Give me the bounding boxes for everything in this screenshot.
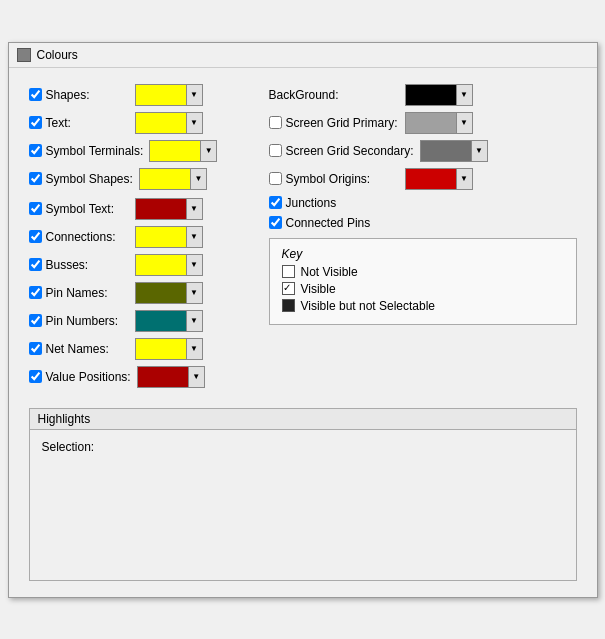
right-label-text-screen_grid_secondary: Screen Grid Secondary: bbox=[286, 144, 414, 158]
label-symbol_shapes[interactable]: Symbol Shapes: bbox=[29, 172, 133, 186]
checkbox-junctions[interactable] bbox=[269, 196, 282, 209]
color-dropdown[interactable]: ▼ bbox=[405, 168, 473, 190]
color-swatch bbox=[136, 283, 186, 303]
checkbox-symbol_origins[interactable] bbox=[269, 172, 282, 185]
dropdown-arrow-icon: ▼ bbox=[186, 283, 202, 303]
right-label-text-symbol_origins: Symbol Origins: bbox=[286, 172, 371, 186]
right-label-symbol_origins[interactable]: Symbol Origins: bbox=[269, 172, 399, 186]
label-text-pin_numbers: Pin Numbers: bbox=[46, 314, 119, 328]
color-swatch bbox=[136, 311, 186, 331]
checkbox-symbol_text[interactable] bbox=[29, 202, 42, 215]
label-pin_numbers[interactable]: Pin Numbers: bbox=[29, 314, 129, 328]
left-rows-top: Shapes:▼Text:▼Symbol Terminals:▼Symbol S… bbox=[29, 84, 249, 190]
checkbox-pin_names[interactable] bbox=[29, 286, 42, 299]
color-dropdown[interactable]: ▼ bbox=[135, 198, 203, 220]
color-swatch bbox=[136, 339, 186, 359]
checkbox-symbol_terminals[interactable] bbox=[29, 144, 42, 157]
color-dropdown[interactable]: ▼ bbox=[405, 112, 473, 134]
label-text-connections: Connections: bbox=[46, 230, 116, 244]
label-shapes[interactable]: Shapes: bbox=[29, 88, 129, 102]
color-row-symbol_text: Symbol Text:▼ bbox=[29, 198, 249, 220]
dropdown-arrow-icon: ▼ bbox=[186, 199, 202, 219]
color-row-busses: Busses:▼ bbox=[29, 254, 249, 276]
checkbox-screen_grid_primary[interactable] bbox=[269, 116, 282, 129]
color-dropdown[interactable]: ▼ bbox=[137, 366, 205, 388]
color-swatch bbox=[150, 141, 200, 161]
color-swatch bbox=[136, 255, 186, 275]
key-checkbox-filled bbox=[282, 299, 295, 312]
checkbox-connected_pins[interactable] bbox=[269, 216, 282, 229]
label-text-shapes: Shapes: bbox=[46, 88, 90, 102]
right-label-screen_grid_primary[interactable]: Screen Grid Primary: bbox=[269, 116, 399, 130]
checkbox-shapes[interactable] bbox=[29, 88, 42, 101]
color-row-pin_numbers: Pin Numbers:▼ bbox=[29, 310, 249, 332]
right-label-screen_grid_secondary[interactable]: Screen Grid Secondary: bbox=[269, 144, 414, 158]
label-net_names[interactable]: Net Names: bbox=[29, 342, 129, 356]
color-row-symbol_terminals: Symbol Terminals:▼ bbox=[29, 140, 249, 162]
color-swatch bbox=[421, 141, 471, 161]
color-dropdown[interactable]: ▼ bbox=[135, 282, 203, 304]
right-label-background[interactable]: BackGround: bbox=[269, 88, 399, 102]
key-item-label: Visible but not Selectable bbox=[301, 299, 436, 313]
key-item: Not Visible bbox=[282, 265, 564, 279]
color-dropdown[interactable]: ▼ bbox=[420, 140, 488, 162]
checkbox-net_names[interactable] bbox=[29, 342, 42, 355]
label-value_positions[interactable]: Value Positions: bbox=[29, 370, 131, 384]
key-item: Visible bbox=[282, 282, 564, 296]
color-dropdown[interactable]: ▼ bbox=[135, 226, 203, 248]
color-swatch bbox=[138, 367, 188, 387]
label-busses[interactable]: Busses: bbox=[29, 258, 129, 272]
dropdown-arrow-icon: ▼ bbox=[456, 113, 472, 133]
label-symbol_terminals[interactable]: Symbol Terminals: bbox=[29, 144, 144, 158]
checkbox-screen_grid_secondary[interactable] bbox=[269, 144, 282, 157]
color-swatch bbox=[406, 85, 456, 105]
color-dropdown[interactable]: ▼ bbox=[135, 338, 203, 360]
color-dropdown[interactable]: ▼ bbox=[405, 84, 473, 106]
right-column: BackGround:▼Screen Grid Primary:▼Screen … bbox=[269, 84, 577, 394]
dropdown-arrow-icon: ▼ bbox=[186, 255, 202, 275]
color-dropdown[interactable]: ▼ bbox=[139, 168, 207, 190]
color-swatch bbox=[136, 227, 186, 247]
label-symbol_text[interactable]: Symbol Text: bbox=[29, 202, 129, 216]
checkbox-text[interactable] bbox=[29, 116, 42, 129]
key-box: Key Not VisibleVisibleVisible but not Se… bbox=[269, 238, 577, 325]
checkbox-pin_numbers[interactable] bbox=[29, 314, 42, 327]
key-item: Visible but not Selectable bbox=[282, 299, 564, 313]
label-text-symbol_text: Symbol Text: bbox=[46, 202, 114, 216]
dropdown-arrow-icon: ▼ bbox=[186, 311, 202, 331]
color-row-net_names: Net Names:▼ bbox=[29, 338, 249, 360]
dropdown-arrow-icon: ▼ bbox=[456, 169, 472, 189]
color-dropdown[interactable]: ▼ bbox=[135, 84, 203, 106]
label-text[interactable]: Text: bbox=[29, 116, 129, 130]
color-swatch bbox=[136, 199, 186, 219]
dropdown-arrow-icon: ▼ bbox=[456, 85, 472, 105]
checkbox-rows: JunctionsConnected Pins bbox=[269, 196, 577, 230]
right-label-text-background: BackGround: bbox=[269, 88, 339, 102]
highlights-section: Highlights Selection: bbox=[29, 408, 577, 581]
checkbox-symbol_shapes[interactable] bbox=[29, 172, 42, 185]
dropdown-arrow-icon: ▼ bbox=[200, 141, 216, 161]
color-dropdown[interactable]: ▼ bbox=[149, 140, 217, 162]
label-pin_names[interactable]: Pin Names: bbox=[29, 286, 129, 300]
checkbox-value_positions[interactable] bbox=[29, 370, 42, 383]
checkbox-row-connected_pins: Connected Pins bbox=[269, 216, 577, 230]
label-text-busses: Busses: bbox=[46, 258, 89, 272]
highlights-row: Selection: bbox=[42, 440, 564, 454]
color-row-connections: Connections:▼ bbox=[29, 226, 249, 248]
color-row-shapes: Shapes:▼ bbox=[29, 84, 249, 106]
color-dropdown[interactable]: ▼ bbox=[135, 112, 203, 134]
right-label-text-screen_grid_primary: Screen Grid Primary: bbox=[286, 116, 398, 130]
checkbox-busses[interactable] bbox=[29, 258, 42, 271]
left-rows-bottom: Connections:▼Busses:▼Pin Names:▼Pin Numb… bbox=[29, 226, 249, 388]
checkbox-connections[interactable] bbox=[29, 230, 42, 243]
label-text-net_names: Net Names: bbox=[46, 342, 109, 356]
dropdown-arrow-icon: ▼ bbox=[190, 169, 206, 189]
label-connections[interactable]: Connections: bbox=[29, 230, 129, 244]
key-item-label: Not Visible bbox=[301, 265, 358, 279]
color-swatch bbox=[406, 113, 456, 133]
checkbox-row-junctions: Junctions bbox=[269, 196, 577, 210]
dropdown-arrow-icon: ▼ bbox=[186, 227, 202, 247]
color-row-symbol_shapes: Symbol Shapes:▼ bbox=[29, 168, 249, 190]
color-dropdown[interactable]: ▼ bbox=[135, 310, 203, 332]
color-dropdown[interactable]: ▼ bbox=[135, 254, 203, 276]
